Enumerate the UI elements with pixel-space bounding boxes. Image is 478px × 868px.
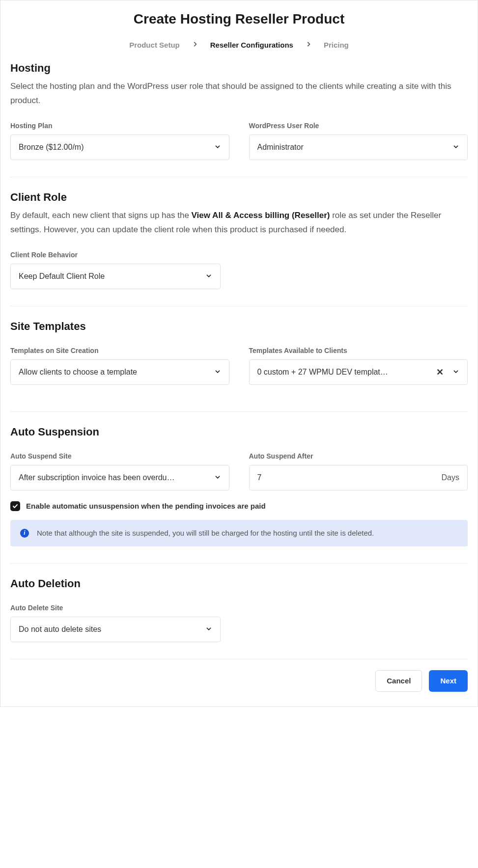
note-text: Note that although the site is suspended… — [37, 529, 374, 537]
select-auto-delete-site[interactable]: Do not auto delete sites — [10, 617, 221, 642]
breadcrumb: Product Setup Reseller Configurations Pr… — [0, 32, 478, 62]
page-container: Create Hosting Reseller Product Product … — [0, 0, 478, 707]
checkbox-auto-unsuspend[interactable] — [10, 501, 20, 511]
chevron-down-icon — [205, 272, 212, 280]
chevron-down-icon — [214, 368, 221, 376]
chevron-down-icon — [214, 473, 221, 482]
select-value: After subscription invoice has been over… — [19, 473, 205, 482]
section-auto-deletion: Auto Deletion Auto Delete Site Do not au… — [0, 577, 478, 642]
section-auto-suspension: Auto Suspension Auto Suspend Site After … — [0, 426, 478, 490]
select-templates-on-creation[interactable]: Allow clients to choose a template — [10, 359, 229, 385]
divider — [10, 563, 468, 564]
checkbox-row-auto-unsuspend[interactable]: Enable automatic unsuspension when the p… — [0, 490, 478, 511]
select-value: Keep Default Client Role — [19, 272, 197, 281]
label-wordpress-user-role: WordPress User Role — [249, 122, 468, 130]
field-hosting-plan: Hosting Plan Bronze ($12.00/m) — [10, 122, 229, 160]
page-title: Create Hosting Reseller Product — [0, 11, 478, 27]
select-hosting-plan[interactable]: Bronze ($12.00/m) — [10, 135, 229, 160]
select-value: Bronze ($12.00/m) — [19, 143, 205, 152]
chevron-down-icon — [452, 143, 459, 151]
section-title-auto-deletion: Auto Deletion — [10, 577, 468, 590]
cancel-button[interactable]: Cancel — [375, 670, 422, 692]
select-client-role-behavior[interactable]: Keep Default Client Role — [10, 264, 221, 289]
field-templates-available: Templates Available to Clients 0 custom … — [249, 347, 468, 385]
section-title-auto-suspension: Auto Suspension — [10, 426, 468, 438]
select-wordpress-user-role[interactable]: Administrator — [249, 135, 468, 160]
field-wordpress-user-role: WordPress User Role Administrator — [249, 122, 468, 160]
select-auto-suspend-site[interactable]: After subscription invoice has been over… — [10, 465, 229, 490]
select-templates-available[interactable]: 0 custom + 27 WPMU DEV templat… ✕ — [249, 359, 468, 385]
section-client-role: Client Role By default, each new client … — [0, 191, 478, 289]
section-site-templates: Site Templates Templates on Site Creatio… — [0, 320, 478, 385]
divider — [10, 177, 468, 177]
chevron-down-icon — [205, 625, 212, 633]
desc-text: By default, each new client that signs u… — [10, 211, 192, 220]
label-hosting-plan: Hosting Plan — [10, 122, 229, 130]
info-icon: i — [20, 529, 29, 538]
close-icon[interactable]: ✕ — [436, 367, 444, 378]
chevron-right-icon — [192, 41, 198, 49]
section-title-hosting: Hosting — [10, 62, 468, 75]
desc-bold: View All & Access billing (Reseller) — [192, 211, 330, 220]
next-button[interactable]: Next — [429, 670, 468, 692]
breadcrumb-step-product-setup[interactable]: Product Setup — [129, 41, 180, 49]
note-suspension: i Note that although the site is suspend… — [10, 520, 468, 546]
field-auto-suspend-site: Auto Suspend Site After subscription inv… — [10, 452, 229, 490]
divider — [10, 411, 468, 412]
header: Create Hosting Reseller Product — [0, 0, 478, 32]
select-value: 0 custom + 27 WPMU DEV templat… — [257, 368, 428, 377]
breadcrumb-step-reseller-configurations[interactable]: Reseller Configurations — [210, 41, 293, 49]
section-title-client-role: Client Role — [10, 191, 468, 204]
label-client-role-behavior: Client Role Behavior — [10, 251, 221, 259]
checkbox-label-auto-unsuspend: Enable automatic unsuspension when the p… — [26, 502, 266, 510]
label-auto-delete-site: Auto Delete Site — [10, 604, 221, 612]
footer: Cancel Next — [0, 659, 478, 692]
label-templates-on-creation: Templates on Site Creation — [10, 347, 229, 354]
section-desc-client-role: By default, each new client that signs u… — [10, 209, 468, 237]
field-templates-on-creation: Templates on Site Creation Allow clients… — [10, 347, 229, 385]
section-title-site-templates: Site Templates — [10, 320, 468, 333]
input-auto-suspend-after-field[interactable] — [257, 473, 442, 482]
label-auto-suspend-after: Auto Suspend After — [249, 452, 468, 460]
field-auto-suspend-after: Auto Suspend After Days — [249, 452, 468, 490]
input-auto-suspend-after[interactable]: Days — [249, 465, 468, 490]
section-desc-hosting: Select the hosting plan and the WordPres… — [10, 80, 468, 108]
select-value: Do not auto delete sites — [19, 625, 197, 634]
label-auto-suspend-site: Auto Suspend Site — [10, 452, 229, 460]
divider — [10, 306, 468, 306]
chevron-down-icon — [452, 368, 459, 376]
section-hosting: Hosting Select the hosting plan and the … — [0, 62, 478, 160]
chevron-right-icon — [305, 41, 312, 49]
select-value: Allow clients to choose a template — [19, 368, 205, 377]
field-auto-delete-site: Auto Delete Site Do not auto delete site… — [10, 604, 221, 642]
input-suffix-days: Days — [442, 473, 459, 482]
select-value: Administrator — [257, 143, 444, 152]
chevron-down-icon — [214, 143, 221, 151]
label-templates-available: Templates Available to Clients — [249, 347, 468, 354]
field-client-role-behavior: Client Role Behavior Keep Default Client… — [10, 251, 221, 289]
breadcrumb-step-pricing[interactable]: Pricing — [324, 41, 349, 49]
